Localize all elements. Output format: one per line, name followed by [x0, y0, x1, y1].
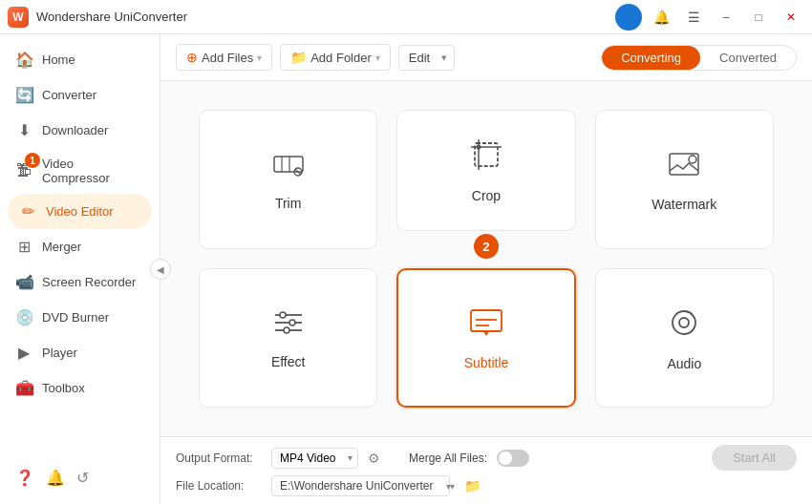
bell-icon[interactable]: 🔔 — [46, 469, 65, 487]
audio-label: Audio — [667, 356, 701, 371]
add-folder-label: Add Folder — [310, 51, 372, 65]
sidebar-item-downloader[interactable]: ⬇ Downloader — [0, 113, 160, 148]
refresh-icon[interactable]: ↺ — [76, 469, 89, 487]
edit-select[interactable]: Edit — [398, 45, 455, 71]
effect-card[interactable]: Effect — [199, 268, 377, 408]
folder-add-icon: 📁 — [290, 50, 307, 65]
svg-rect-0 — [274, 157, 303, 172]
file-location-row: File Location: E:\Wondershare UniConvert… — [176, 475, 797, 496]
sidebar-item-label: Downloader — [42, 123, 108, 137]
sidebar-item-label: Player — [42, 346, 77, 360]
sidebar-item-converter[interactable]: 🔄 Converter — [0, 77, 160, 113]
output-format-select[interactable]: MP4 Video AVI MOV MKV WMV — [271, 448, 358, 469]
svg-rect-17 — [471, 310, 502, 331]
format-settings-icon[interactable]: ⚙ — [368, 451, 380, 466]
add-icon: ⊕ — [186, 50, 198, 65]
file-location-dropdown[interactable]: E:\Wondershare UniConverter ▾ — [271, 475, 455, 496]
watermark-label: Watermark — [652, 197, 716, 212]
sidebar-item-dvd-burner[interactable]: 💿 DVD Burner — [0, 300, 160, 335]
crop-icon — [469, 137, 503, 178]
effect-icon — [271, 307, 306, 345]
start-all-button[interactable]: Start All — [712, 445, 797, 471]
sidebar-item-video-editor[interactable]: ✏ Video Editor — [8, 194, 152, 229]
bottom-bar: Output Format: MP4 Video AVI MOV MKV WMV… — [160, 436, 812, 504]
add-folder-button[interactable]: 📁 Add Folder ▾ — [280, 44, 391, 71]
trim-icon — [270, 149, 307, 186]
sidebar-item-label: Video Compressor — [42, 157, 144, 185]
subtitle-icon — [468, 306, 504, 346]
file-location-value[interactable]: E:\Wondershare UniConverter — [271, 475, 450, 496]
svg-rect-9 — [670, 154, 698, 175]
merge-label: Merge All Files: — [409, 452, 487, 465]
screen-recorder-icon: 📹 — [15, 273, 32, 291]
crop-label: Crop — [472, 188, 501, 203]
trim-card[interactable]: Trim — [199, 110, 377, 249]
audio-card[interactable]: Audio — [595, 268, 774, 408]
sidebar-item-player[interactable]: ▶ Player — [0, 335, 160, 370]
video-editor-icon: ✏ — [19, 202, 36, 220]
svg-point-16 — [284, 327, 289, 333]
add-files-label: Add Files — [202, 51, 253, 65]
file-location-label: File Location: — [176, 479, 262, 493]
sidebar-item-compressor[interactable]: 🗜 Video Compressor 1 — [0, 148, 160, 194]
crop-card-wrapper: Crop 2 — [396, 110, 575, 249]
menu-icon[interactable]: ☰ — [680, 4, 707, 31]
sidebar-item-toolbox[interactable]: 🧰 Toolbox — [0, 370, 160, 406]
content-area: ⊕ Add Files ▾ 📁 Add Folder ▾ Edit Conver… — [160, 34, 812, 504]
sidebar-item-label: DVD Burner — [42, 310, 109, 325]
watermark-card[interactable]: Watermark — [595, 110, 774, 249]
chevron-down-icon-2: ▾ — [375, 52, 380, 63]
maximize-button[interactable]: □ — [745, 7, 772, 28]
converter-icon: 🔄 — [15, 86, 32, 104]
toolbox-icon: 🧰 — [15, 379, 32, 397]
app-title: Wondershare UniConverter — [36, 10, 187, 24]
title-bar: W Wondershare UniConverter 👤 🔔 ☰ – □ ✕ — [0, 0, 812, 34]
svg-point-21 — [679, 318, 689, 327]
toolbar: ⊕ Add Files ▾ 📁 Add Folder ▾ Edit Conver… — [160, 34, 812, 81]
svg-point-14 — [280, 312, 286, 318]
crop-card[interactable]: Crop — [396, 110, 575, 231]
collapse-sidebar-button[interactable]: ◀ — [150, 259, 171, 280]
folder-browse-icon[interactable]: 📁 — [464, 478, 481, 494]
sidebar-item-label: Screen Recorder — [42, 275, 136, 289]
subtitle-label: Subtitle — [464, 355, 509, 370]
sidebar: 🏠 Home 🔄 Converter ⬇ Downloader 🗜 Video … — [0, 34, 160, 504]
sidebar-item-merger[interactable]: ⊞ Merger — [0, 229, 160, 264]
app-logo: W — [8, 7, 29, 28]
output-format-select-wrapper[interactable]: MP4 Video AVI MOV MKV WMV — [271, 448, 358, 469]
converting-tab[interactable]: Converting — [602, 46, 700, 70]
title-controls: 👤 🔔 ☰ – □ ✕ — [615, 4, 804, 31]
output-format-label: Output Format: — [176, 452, 262, 465]
edit-select-wrapper[interactable]: Edit — [398, 45, 455, 71]
sidebar-item-label: Merger — [42, 240, 81, 254]
subtitle-card[interactable]: Subtitle — [396, 268, 575, 408]
merge-toggle[interactable] — [497, 450, 529, 467]
title-left: W Wondershare UniConverter — [8, 7, 187, 28]
user-icon[interactable]: 👤 — [615, 4, 642, 31]
notification-icon[interactable]: 🔔 — [648, 4, 674, 31]
sidebar-item-label: Home — [42, 52, 75, 67]
sidebar-item-screen-recorder[interactable]: 📹 Screen Recorder — [0, 264, 160, 300]
sidebar-item-label: Toolbox — [42, 381, 85, 395]
watermark-icon — [666, 148, 702, 187]
dvd-burner-icon: 💿 — [15, 308, 32, 326]
add-files-button[interactable]: ⊕ Add Files ▾ — [176, 44, 272, 71]
chevron-down-icon: ▾ — [257, 52, 262, 63]
sidebar-item-label: Video Editor — [46, 204, 114, 219]
minimize-button[interactable]: – — [713, 7, 739, 28]
compressor-badge: 1 — [25, 153, 40, 168]
main-layout: 🏠 Home 🔄 Converter ⬇ Downloader 🗜 Video … — [0, 34, 812, 504]
crop-step-badge: 2 — [474, 234, 499, 259]
conversion-tab-group: Converting Converted — [601, 45, 797, 71]
trim-label: Trim — [275, 196, 301, 211]
home-icon: 🏠 — [15, 51, 32, 69]
effect-label: Effect — [271, 354, 306, 369]
converted-tab[interactable]: Converted — [700, 46, 796, 70]
editor-grid: Trim Crop 2 — [160, 81, 812, 436]
sidebar-bottom: ❓ 🔔 ↺ — [0, 459, 160, 496]
output-format-row: Output Format: MP4 Video AVI MOV MKV WMV… — [176, 445, 797, 471]
sidebar-item-home[interactable]: 🏠 Home — [0, 42, 160, 77]
close-button[interactable]: ✕ — [778, 7, 804, 28]
help-icon[interactable]: ❓ — [15, 469, 34, 487]
downloader-icon: ⬇ — [15, 121, 32, 139]
